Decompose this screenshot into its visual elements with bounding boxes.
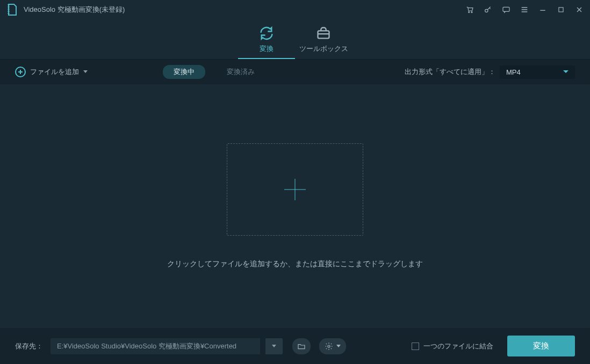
key-icon[interactable] xyxy=(484,5,492,14)
menu-icon[interactable] xyxy=(520,5,529,14)
svg-rect-4 xyxy=(559,8,563,12)
drop-hint-text: クリックしてファイルを追加するか、または直接にここまでドラッグします xyxy=(167,259,423,269)
convert-button[interactable]: 変換 xyxy=(507,336,575,356)
open-folder-button[interactable] xyxy=(292,338,311,354)
dropzone[interactable] xyxy=(227,143,363,236)
merge-label: 一つのファイルに結合 xyxy=(423,341,493,351)
tab-toolbox-label: ツールボックス xyxy=(299,44,348,54)
main-area: クリックしてファイルを追加するか、または直接にここまでドラッグします xyxy=(0,84,590,328)
app-logo-icon xyxy=(6,4,18,16)
plus-icon xyxy=(282,177,308,202)
svg-point-2 xyxy=(485,9,488,12)
bottom-bar: 保存先： E:¥VideoSolo Studio¥VideoSolo 究極動画変… xyxy=(0,328,590,364)
chevron-down-icon xyxy=(83,70,88,74)
minimize-icon[interactable] xyxy=(538,5,547,14)
save-path-input[interactable]: E:¥VideoSolo Studio¥VideoSolo 究極動画変換¥Con… xyxy=(51,338,260,354)
tab-converted[interactable]: 変換済み xyxy=(216,65,265,79)
tab-convert-label: 変換 xyxy=(260,44,274,54)
maximize-icon[interactable] xyxy=(557,5,565,14)
svg-rect-5 xyxy=(318,31,329,38)
save-to-label: 保存先： xyxy=(15,341,43,351)
svg-point-1 xyxy=(471,12,472,13)
nav-tabs: 変換 ツールボックス xyxy=(0,19,590,60)
status-tabs: 変換中 変換済み xyxy=(163,65,265,79)
toolbar: ファイルを追加 変換中 変換済み 出力形式「すべてに適用」： MP4 xyxy=(0,60,590,84)
output-format-value: MP4 xyxy=(506,68,521,76)
convert-icon xyxy=(259,26,274,41)
output-format-select[interactable]: MP4 xyxy=(500,65,575,79)
svg-point-0 xyxy=(469,12,470,13)
chevron-down-icon xyxy=(563,70,569,74)
save-path-dropdown[interactable] xyxy=(265,338,283,354)
output-format-label: 出力形式「すべてに適用」： xyxy=(405,67,495,77)
tab-converting[interactable]: 変換中 xyxy=(163,65,205,79)
plus-circle-icon xyxy=(15,67,26,77)
add-file-button[interactable]: ファイルを追加 xyxy=(15,67,88,77)
settings-button[interactable] xyxy=(319,338,346,354)
cart-icon[interactable] xyxy=(465,5,474,14)
title-bar: VideoSolo 究極動画変換(未登録) xyxy=(0,0,590,19)
svg-point-6 xyxy=(328,345,330,347)
tab-convert[interactable]: 変換 xyxy=(238,26,295,59)
add-file-label: ファイルを追加 xyxy=(30,67,79,77)
app-title: VideoSolo 究極動画変換(未登録) xyxy=(24,5,465,14)
chat-icon[interactable] xyxy=(502,5,510,14)
toolbox-icon xyxy=(316,26,331,41)
tab-toolbox[interactable]: ツールボックス xyxy=(295,26,352,59)
checkbox-icon xyxy=(412,343,419,350)
merge-checkbox[interactable]: 一つのファイルに結合 xyxy=(412,341,493,351)
close-icon[interactable] xyxy=(575,5,584,14)
svg-rect-3 xyxy=(503,7,509,11)
